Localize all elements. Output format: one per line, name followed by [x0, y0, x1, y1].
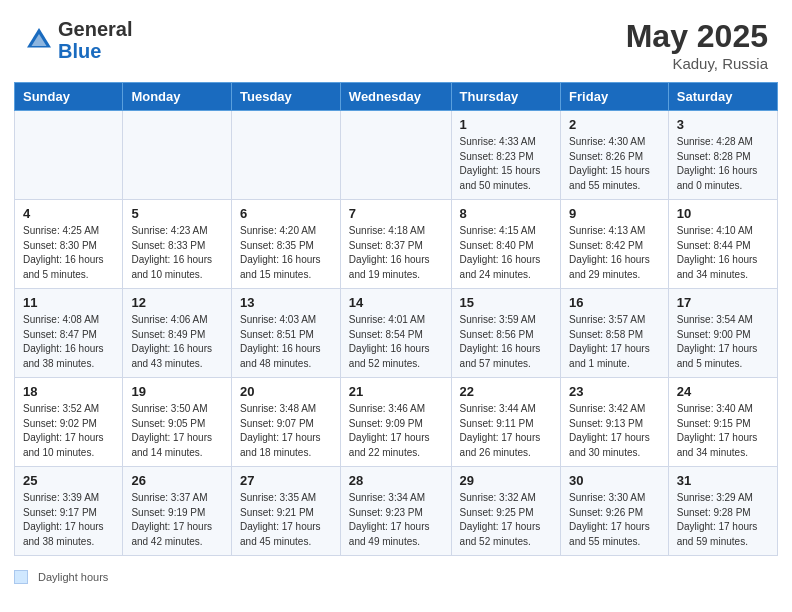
calendar-cell: 27Sunrise: 3:35 AM Sunset: 9:21 PM Dayli…: [232, 467, 341, 556]
calendar-header: SundayMondayTuesdayWednesdayThursdayFrid…: [15, 83, 778, 111]
day-number: 24: [677, 384, 769, 399]
day-number: 3: [677, 117, 769, 132]
day-info: Sunrise: 3:32 AM Sunset: 9:25 PM Dayligh…: [460, 491, 552, 549]
calendar-body: 1Sunrise: 4:33 AM Sunset: 8:23 PM Daylig…: [15, 111, 778, 556]
column-header-tuesday: Tuesday: [232, 83, 341, 111]
calendar-cell: 2Sunrise: 4:30 AM Sunset: 8:26 PM Daylig…: [561, 111, 669, 200]
day-number: 31: [677, 473, 769, 488]
day-info: Sunrise: 4:25 AM Sunset: 8:30 PM Dayligh…: [23, 224, 114, 282]
day-info: Sunrise: 4:15 AM Sunset: 8:40 PM Dayligh…: [460, 224, 552, 282]
calendar-cell: 23Sunrise: 3:42 AM Sunset: 9:13 PM Dayli…: [561, 378, 669, 467]
calendar-week-row: 18Sunrise: 3:52 AM Sunset: 9:02 PM Dayli…: [15, 378, 778, 467]
column-header-sunday: Sunday: [15, 83, 123, 111]
calendar-cell: 18Sunrise: 3:52 AM Sunset: 9:02 PM Dayli…: [15, 378, 123, 467]
calendar-cell: 16Sunrise: 3:57 AM Sunset: 8:58 PM Dayli…: [561, 289, 669, 378]
column-header-monday: Monday: [123, 83, 232, 111]
day-number: 20: [240, 384, 332, 399]
day-number: 2: [569, 117, 660, 132]
legend-box: [14, 570, 28, 584]
day-number: 1: [460, 117, 552, 132]
calendar-cell: 10Sunrise: 4:10 AM Sunset: 8:44 PM Dayli…: [668, 200, 777, 289]
title-block: May 2025 Kaduy, Russia: [626, 18, 768, 72]
calendar-cell: 11Sunrise: 4:08 AM Sunset: 8:47 PM Dayli…: [15, 289, 123, 378]
calendar-cell: 5Sunrise: 4:23 AM Sunset: 8:33 PM Daylig…: [123, 200, 232, 289]
day-number: 6: [240, 206, 332, 221]
calendar-cell: 22Sunrise: 3:44 AM Sunset: 9:11 PM Dayli…: [451, 378, 560, 467]
calendar-cell: 30Sunrise: 3:30 AM Sunset: 9:26 PM Dayli…: [561, 467, 669, 556]
day-info: Sunrise: 3:37 AM Sunset: 9:19 PM Dayligh…: [131, 491, 223, 549]
calendar-week-row: 25Sunrise: 3:39 AM Sunset: 9:17 PM Dayli…: [15, 467, 778, 556]
logo-blue-text: Blue: [58, 40, 132, 62]
day-number: 9: [569, 206, 660, 221]
day-info: Sunrise: 4:01 AM Sunset: 8:54 PM Dayligh…: [349, 313, 443, 371]
day-number: 12: [131, 295, 223, 310]
day-info: Sunrise: 4:30 AM Sunset: 8:26 PM Dayligh…: [569, 135, 660, 193]
calendar-cell: 4Sunrise: 4:25 AM Sunset: 8:30 PM Daylig…: [15, 200, 123, 289]
day-info: Sunrise: 3:42 AM Sunset: 9:13 PM Dayligh…: [569, 402, 660, 460]
day-number: 18: [23, 384, 114, 399]
calendar-cell: [123, 111, 232, 200]
day-number: 21: [349, 384, 443, 399]
day-info: Sunrise: 4:33 AM Sunset: 8:23 PM Dayligh…: [460, 135, 552, 193]
calendar: SundayMondayTuesdayWednesdayThursdayFrid…: [0, 82, 792, 566]
column-header-wednesday: Wednesday: [340, 83, 451, 111]
column-header-friday: Friday: [561, 83, 669, 111]
location: Kaduy, Russia: [626, 55, 768, 72]
calendar-cell: 31Sunrise: 3:29 AM Sunset: 9:28 PM Dayli…: [668, 467, 777, 556]
footer: Daylight hours: [0, 566, 792, 592]
day-number: 28: [349, 473, 443, 488]
day-info: Sunrise: 3:54 AM Sunset: 9:00 PM Dayligh…: [677, 313, 769, 371]
day-number: 4: [23, 206, 114, 221]
day-info: Sunrise: 4:13 AM Sunset: 8:42 PM Dayligh…: [569, 224, 660, 282]
day-number: 26: [131, 473, 223, 488]
day-info: Sunrise: 4:03 AM Sunset: 8:51 PM Dayligh…: [240, 313, 332, 371]
logo-icon: [24, 25, 54, 55]
calendar-cell: 20Sunrise: 3:48 AM Sunset: 9:07 PM Dayli…: [232, 378, 341, 467]
calendar-cell: 26Sunrise: 3:37 AM Sunset: 9:19 PM Dayli…: [123, 467, 232, 556]
day-number: 29: [460, 473, 552, 488]
day-info: Sunrise: 4:18 AM Sunset: 8:37 PM Dayligh…: [349, 224, 443, 282]
day-info: Sunrise: 3:29 AM Sunset: 9:28 PM Dayligh…: [677, 491, 769, 549]
calendar-cell: 29Sunrise: 3:32 AM Sunset: 9:25 PM Dayli…: [451, 467, 560, 556]
day-info: Sunrise: 3:59 AM Sunset: 8:56 PM Dayligh…: [460, 313, 552, 371]
day-info: Sunrise: 4:08 AM Sunset: 8:47 PM Dayligh…: [23, 313, 114, 371]
day-number: 25: [23, 473, 114, 488]
day-info: Sunrise: 4:06 AM Sunset: 8:49 PM Dayligh…: [131, 313, 223, 371]
month-title: May 2025: [626, 18, 768, 55]
day-number: 15: [460, 295, 552, 310]
page-header: General Blue May 2025 Kaduy, Russia: [0, 0, 792, 82]
day-number: 7: [349, 206, 443, 221]
calendar-week-row: 11Sunrise: 4:08 AM Sunset: 8:47 PM Dayli…: [15, 289, 778, 378]
day-info: Sunrise: 4:10 AM Sunset: 8:44 PM Dayligh…: [677, 224, 769, 282]
calendar-cell: 24Sunrise: 3:40 AM Sunset: 9:15 PM Dayli…: [668, 378, 777, 467]
calendar-cell: [232, 111, 341, 200]
logo-text: General Blue: [58, 18, 132, 62]
logo: General Blue: [24, 18, 132, 62]
day-number: 23: [569, 384, 660, 399]
calendar-table: SundayMondayTuesdayWednesdayThursdayFrid…: [14, 82, 778, 556]
day-info: Sunrise: 3:39 AM Sunset: 9:17 PM Dayligh…: [23, 491, 114, 549]
day-number: 19: [131, 384, 223, 399]
day-info: Sunrise: 3:40 AM Sunset: 9:15 PM Dayligh…: [677, 402, 769, 460]
calendar-cell: 3Sunrise: 4:28 AM Sunset: 8:28 PM Daylig…: [668, 111, 777, 200]
day-number: 11: [23, 295, 114, 310]
day-number: 8: [460, 206, 552, 221]
calendar-week-row: 1Sunrise: 4:33 AM Sunset: 8:23 PM Daylig…: [15, 111, 778, 200]
day-number: 27: [240, 473, 332, 488]
calendar-cell: 7Sunrise: 4:18 AM Sunset: 8:37 PM Daylig…: [340, 200, 451, 289]
day-number: 13: [240, 295, 332, 310]
day-number: 14: [349, 295, 443, 310]
calendar-cell: [15, 111, 123, 200]
calendar-cell: 6Sunrise: 4:20 AM Sunset: 8:35 PM Daylig…: [232, 200, 341, 289]
day-info: Sunrise: 3:57 AM Sunset: 8:58 PM Dayligh…: [569, 313, 660, 371]
day-info: Sunrise: 3:48 AM Sunset: 9:07 PM Dayligh…: [240, 402, 332, 460]
calendar-cell: 14Sunrise: 4:01 AM Sunset: 8:54 PM Dayli…: [340, 289, 451, 378]
day-info: Sunrise: 4:28 AM Sunset: 8:28 PM Dayligh…: [677, 135, 769, 193]
calendar-week-row: 4Sunrise: 4:25 AM Sunset: 8:30 PM Daylig…: [15, 200, 778, 289]
logo-general-text: General: [58, 18, 132, 40]
calendar-cell: 19Sunrise: 3:50 AM Sunset: 9:05 PM Dayli…: [123, 378, 232, 467]
calendar-cell: 9Sunrise: 4:13 AM Sunset: 8:42 PM Daylig…: [561, 200, 669, 289]
header-row: SundayMondayTuesdayWednesdayThursdayFrid…: [15, 83, 778, 111]
calendar-cell: 12Sunrise: 4:06 AM Sunset: 8:49 PM Dayli…: [123, 289, 232, 378]
day-info: Sunrise: 3:44 AM Sunset: 9:11 PM Dayligh…: [460, 402, 552, 460]
